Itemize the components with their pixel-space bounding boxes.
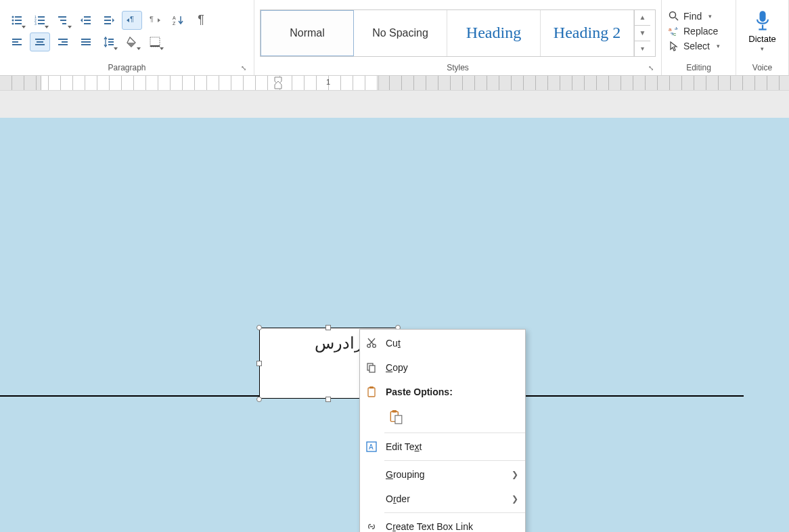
svg-rect-33 [58, 44, 68, 45]
link-icon [364, 520, 379, 532]
styles-dialog-launcher[interactable]: ⤡ [646, 63, 656, 72]
ruler-number: 1 [326, 78, 330, 86]
style-normal[interactable]: Normal [261, 10, 354, 56]
edit-text-icon: A [364, 441, 379, 453]
copy-icon [364, 361, 379, 374]
editing-group: Find▾ ac Replace Select▾ Editing [662, 0, 736, 75]
svg-rect-5 [15, 23, 22, 24]
bullets-button[interactable] [7, 11, 27, 30]
svg-rect-31 [58, 39, 68, 40]
align-right-button[interactable] [53, 32, 73, 51]
voice-group: Dictate ▾ Voice [736, 0, 789, 75]
selection-handle[interactable] [325, 325, 331, 330]
styles-scroll-down[interactable]: ▼ [635, 25, 650, 41]
svg-rect-18 [104, 16, 111, 18]
svg-rect-29 [37, 41, 43, 43]
svg-point-42 [670, 12, 676, 18]
styles-gallery: Normal No Spacing Heading Heading 2 ▲ ▼ … [260, 9, 656, 57]
paste-keep-source-button[interactable] [386, 407, 406, 427]
styles-group: Normal No Spacing Heading Heading 2 ▲ ▼ … [254, 0, 662, 75]
editing-group-label: Editing [664, 62, 733, 75]
svg-rect-14 [62, 23, 66, 24]
increase-indent-button[interactable] [99, 11, 119, 30]
paste-icon [388, 409, 403, 424]
svg-rect-28 [35, 39, 45, 40]
svg-point-2 [12, 19, 14, 21]
context-menu: Cut Copy Paste Options: A Edit Text Grou… [359, 329, 526, 532]
sort-button[interactable]: AZ [168, 11, 188, 30]
context-menu-copy[interactable]: Copy [360, 355, 525, 380]
paragraph-dialog-launcher[interactable]: ⤡ [239, 63, 248, 72]
svg-rect-46 [759, 11, 765, 22]
svg-rect-36 [81, 44, 91, 45]
select-button[interactable]: Select▾ [669, 41, 729, 51]
justify-button[interactable] [76, 32, 96, 51]
svg-rect-26 [12, 41, 18, 43]
svg-rect-25 [12, 39, 22, 40]
svg-rect-15 [84, 16, 91, 18]
svg-point-49 [367, 345, 371, 348]
svg-rect-39 [108, 44, 114, 45]
context-menu-order[interactable]: Order ❯ [360, 487, 525, 511]
scissors-icon [364, 337, 379, 349]
svg-rect-3 [15, 20, 22, 21]
svg-rect-54 [369, 365, 375, 372]
context-menu-grouping[interactable]: Grouping ❯ [360, 462, 525, 487]
shading-button[interactable] [122, 32, 142, 51]
line-spacing-button[interactable] [99, 32, 119, 51]
hanging-indent-marker[interactable] [273, 76, 283, 90]
replace-button[interactable]: ac Replace [669, 26, 729, 37]
rtl-direction-button[interactable]: ¶ [145, 11, 165, 30]
svg-rect-30 [35, 44, 45, 45]
svg-rect-32 [62, 41, 68, 43]
style-heading2[interactable]: Heading 2 [541, 10, 634, 56]
context-menu-create-textbox-link[interactable]: Create Text Box Link [360, 514, 525, 532]
svg-rect-35 [81, 41, 91, 43]
svg-point-4 [12, 22, 14, 24]
svg-text:¶: ¶ [130, 15, 134, 23]
styles-group-label: Styles ⤡ [257, 62, 658, 75]
align-left-button[interactable] [7, 32, 27, 51]
svg-line-43 [675, 18, 678, 20]
find-button[interactable]: Find▾ [669, 11, 729, 22]
context-menu-edit-text[interactable]: A Edit Text [360, 435, 525, 459]
numbering-button[interactable]: 123 [30, 11, 50, 30]
styles-scroll-up[interactable]: ▲ [635, 10, 650, 25]
svg-rect-17 [84, 23, 91, 24]
svg-text:a: a [669, 26, 672, 32]
selection-handle[interactable] [256, 361, 262, 366]
paragraph-group-label: Paragraph ⤡ [3, 62, 251, 75]
style-no-spacing[interactable]: No Spacing [354, 10, 447, 56]
styles-more[interactable]: ▲ ▼ ▾ [634, 10, 650, 56]
horizontal-ruler[interactable]: 1 [0, 76, 789, 91]
svg-rect-7 [38, 16, 45, 18]
svg-rect-9 [38, 20, 45, 21]
selection-handle[interactable] [256, 397, 262, 402]
svg-rect-58 [392, 410, 397, 412]
svg-rect-1 [15, 16, 22, 18]
cursor-icon [669, 41, 679, 51]
svg-rect-27 [12, 44, 22, 45]
svg-text:A: A [173, 16, 176, 20]
decrease-indent-button[interactable] [76, 11, 96, 30]
replace-icon: ac [669, 26, 679, 37]
selection-handle[interactable] [325, 397, 331, 402]
dictate-button[interactable]: Dictate ▾ [739, 7, 786, 55]
svg-text:c: c [673, 31, 676, 37]
svg-point-50 [373, 345, 376, 348]
multilevel-list-button[interactable] [53, 11, 73, 30]
style-heading1[interactable]: Heading [447, 10, 541, 56]
borders-button[interactable] [145, 32, 165, 51]
styles-expand[interactable]: ▾ [635, 41, 650, 56]
selection-handle[interactable] [256, 325, 262, 330]
svg-text:¶: ¶ [150, 15, 154, 23]
svg-rect-20 [104, 23, 111, 24]
show-hide-pilcrow-button[interactable]: ¶ [191, 11, 211, 30]
align-center-button[interactable] [30, 32, 50, 51]
svg-rect-59 [395, 416, 402, 424]
context-menu-cut[interactable]: Cut [360, 331, 525, 355]
ltr-direction-button[interactable]: ¶ [122, 11, 142, 30]
svg-text:Z: Z [173, 21, 176, 26]
svg-rect-12 [58, 16, 66, 18]
svg-rect-37 [108, 39, 114, 40]
